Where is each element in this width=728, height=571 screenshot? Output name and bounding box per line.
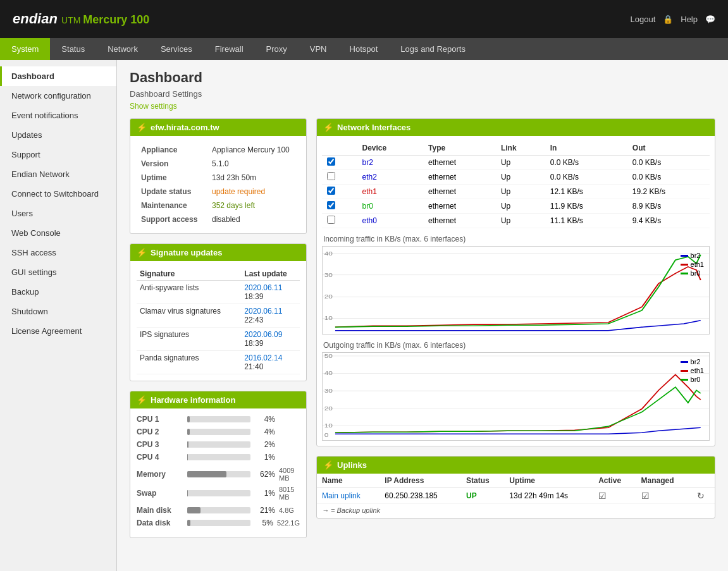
device-link[interactable]: br0 xyxy=(362,202,373,211)
sidebar-item-support[interactable]: Support xyxy=(0,145,116,164)
ni-checkbox[interactable] xyxy=(322,156,357,170)
sig-name: Panda signatures xyxy=(137,351,241,374)
ni-device: eth1 xyxy=(357,185,423,199)
col-in: In xyxy=(545,141,627,156)
nav-status[interactable]: Status xyxy=(50,38,96,60)
page-title: Dashboard xyxy=(130,70,715,86)
system-info-panel: ⚡ efw.hirata.com.tw Appliance Appliance … xyxy=(130,118,307,234)
cpu2-pct: 4% xyxy=(253,427,275,436)
table-row: Uptime 13d 23h 50m xyxy=(138,171,299,184)
ni-checkbox[interactable] xyxy=(322,214,357,228)
cpu4-bar-container xyxy=(187,454,250,460)
col-last-update: Last update xyxy=(241,267,300,281)
field-value-maintenance: 352 days left xyxy=(209,199,299,212)
sidebar-item-network-config[interactable]: Network configuration xyxy=(0,86,116,106)
incoming-chart-title: Incoming traffic in KB/s (max. 6 interfa… xyxy=(322,235,710,243)
svg-text:50: 50 xyxy=(324,352,333,359)
nav-firewall[interactable]: Firewall xyxy=(204,38,255,60)
cpu1-row: CPU 1 4% xyxy=(137,415,300,424)
cpu3-bar xyxy=(187,441,188,448)
ni-checkbox[interactable] xyxy=(322,170,357,185)
col-signature: Signature xyxy=(137,267,241,281)
sig-date-link[interactable]: 2020.06.09 xyxy=(244,330,282,339)
nav-proxy[interactable]: Proxy xyxy=(255,38,299,60)
sig-date-link[interactable]: 2020.06.11 xyxy=(244,307,282,316)
outgoing-chart-legend: br2 eth1 br0 xyxy=(681,358,704,383)
nav-system[interactable]: System xyxy=(0,38,50,60)
sig-date-link[interactable]: 2016.02.14 xyxy=(244,353,282,362)
main-disk-pct: 21% xyxy=(253,506,275,515)
uplink-status: UP xyxy=(461,488,504,504)
ni-in: 0.0 KB/s xyxy=(545,170,627,185)
sidebar-item-license[interactable]: License Agreement xyxy=(0,321,116,341)
nav-logs[interactable]: Logs and Reports xyxy=(389,38,477,60)
sig-name: Anti-spyware lists xyxy=(137,281,241,304)
col-name: Name xyxy=(317,474,379,488)
refresh-icon[interactable]: ↻ xyxy=(697,491,705,501)
help-icon: 💬 xyxy=(705,15,715,24)
memory-pct: 62% xyxy=(253,470,275,479)
sidebar-item-web-console[interactable]: Web Console xyxy=(0,223,116,243)
maintenance-link[interactable]: 352 days left xyxy=(212,201,255,210)
ni-device: eth0 xyxy=(357,214,423,228)
sidebar-item-ssh-access[interactable]: SSH access xyxy=(0,243,116,262)
field-value: Appliance Mercury 100 xyxy=(209,144,299,156)
data-disk-bar xyxy=(187,520,190,526)
sig-date: 2020.06.1122:43 xyxy=(241,304,300,328)
sidebar-item-shutdown[interactable]: Shutdown xyxy=(0,302,116,321)
nav-vpn[interactable]: VPN xyxy=(299,38,338,60)
cpu3-label: CPU 3 xyxy=(137,440,187,449)
legend-eth1-out-label: eth1 xyxy=(691,367,704,374)
network-interfaces-panel: ⚡ Network Interfaces Device Type Link xyxy=(316,118,715,446)
legend-br0: br0 xyxy=(681,269,704,277)
logo-model: Mercury 100 xyxy=(83,13,149,26)
header: endian UTM Mercury 100 Logout 🔒 Help 💬 xyxy=(0,0,728,38)
network-interfaces-body: Device Type Link In Out br2 xyxy=(317,136,715,446)
show-settings-link[interactable]: Show settings xyxy=(130,102,177,111)
field-value: 5.1.0 xyxy=(209,157,299,170)
nav-services[interactable]: Services xyxy=(149,38,204,60)
col-ip: IP Address xyxy=(379,474,461,488)
sidebar-item-users[interactable]: Users xyxy=(0,204,116,223)
device-link[interactable]: eth0 xyxy=(362,216,376,225)
sidebar-item-endian-network[interactable]: Endian Network xyxy=(0,164,116,184)
sidebar-item-backup[interactable]: Backup xyxy=(0,282,116,302)
swap-pct: 1% xyxy=(253,489,275,498)
nav-hotspot[interactable]: Hotspot xyxy=(338,38,390,60)
field-value-update-status: update required xyxy=(209,185,299,198)
uplink-managed: ☑ xyxy=(636,488,692,504)
table-row: br0 ethernet Up 11.9 KB/s 8.9 KB/s xyxy=(322,199,710,214)
device-link[interactable]: br2 xyxy=(362,158,373,167)
sig-date-link[interactable]: 2020.06.11 xyxy=(244,283,282,292)
outgoing-chart-section: Outgoing traffic in KB/s (max. 6 interfa… xyxy=(322,341,710,441)
legend-eth1-out: eth1 xyxy=(681,367,704,374)
svg-text:10: 10 xyxy=(324,314,333,321)
col-status: Status xyxy=(461,474,504,488)
device-link[interactable]: eth2 xyxy=(362,173,376,181)
main-layout: Dashboard Network configuration Event no… xyxy=(0,60,728,571)
ni-checkbox[interactable] xyxy=(322,199,357,214)
update-required-link[interactable]: update required xyxy=(212,187,265,196)
logo: endian UTM Mercury 100 xyxy=(13,11,149,27)
col-managed: Managed xyxy=(636,474,692,488)
ni-out: 19.2 KB/s xyxy=(627,185,710,199)
table-row: IPS signatures 2020.06.0918:39 xyxy=(137,328,300,351)
uplink-refresh[interactable]: ↻ xyxy=(692,488,715,504)
uplinks-panel: ⚡ Uplinks Name IP Address Status Uptime xyxy=(316,456,715,519)
table-row: Version 5.1.0 xyxy=(138,157,299,170)
nav-network[interactable]: Network xyxy=(96,38,149,60)
sidebar-item-gui-settings[interactable]: GUI settings xyxy=(0,262,116,282)
uplinks-panel-title: Uplinks xyxy=(337,460,367,470)
ni-device: br2 xyxy=(357,156,423,170)
col-checkbox xyxy=(322,141,357,156)
sidebar-item-connect-switchboard[interactable]: Connect to Switchboard xyxy=(0,184,116,204)
ni-checkbox[interactable] xyxy=(322,185,357,199)
sidebar-item-updates[interactable]: Updates xyxy=(0,125,116,145)
sidebar-item-dashboard[interactable]: Dashboard xyxy=(0,66,116,86)
logout-link[interactable]: Logout xyxy=(630,15,655,24)
help-link[interactable]: Help xyxy=(681,15,698,24)
device-link[interactable]: eth1 xyxy=(362,187,376,196)
memory-label: Memory xyxy=(137,470,187,479)
sidebar-item-event-notifications[interactable]: Event notifications xyxy=(0,106,116,125)
cpu4-row: CPU 4 1% xyxy=(137,453,300,462)
